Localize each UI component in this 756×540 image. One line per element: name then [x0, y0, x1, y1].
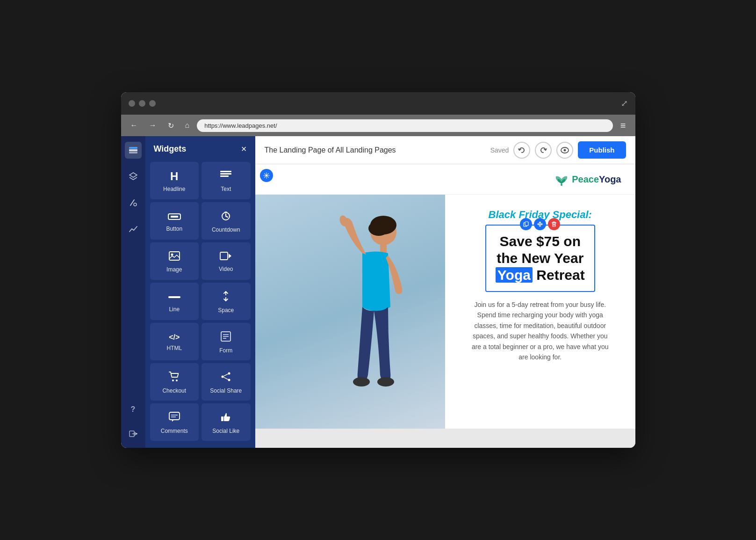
widget-line[interactable]: Line	[150, 283, 199, 320]
text-widget-icon	[220, 171, 231, 182]
widget-social-share-label: Social Share	[210, 387, 242, 394]
headline-line1: Save $75 on	[496, 233, 585, 250]
svg-point-18	[171, 254, 173, 256]
forward-button[interactable]: →	[145, 119, 160, 131]
address-bar[interactable]	[197, 119, 613, 132]
svg-point-5	[134, 203, 137, 206]
headline-box[interactable]: Save $75 on the New Year Yoga Retreat	[485, 225, 595, 292]
canvas-col-content: Black Friday Special:	[445, 195, 635, 429]
svg-point-47	[377, 377, 394, 387]
form-widget-icon	[221, 331, 231, 343]
refresh-button[interactable]: ↻	[164, 119, 178, 132]
nav-bar: ← → ↻ ⌂ ≡	[121, 115, 635, 136]
svg-point-46	[353, 377, 370, 387]
widget-image[interactable]: Image	[150, 242, 199, 280]
widget-social-share[interactable]: Social Share	[202, 363, 251, 401]
widget-html-label: HTML	[166, 345, 182, 351]
sidebar-item-exit[interactable]	[125, 425, 142, 442]
traffic-light-close[interactable]	[129, 100, 135, 107]
sidebar-item-widgets[interactable]	[125, 142, 142, 159]
svg-point-41	[265, 175, 267, 177]
widgets-panel: Widgets × H Headline Text	[145, 136, 255, 448]
svg-rect-1	[129, 149, 137, 151]
widgets-header: Widgets ×	[145, 136, 255, 162]
svg-rect-21	[168, 296, 180, 298]
widget-checkout[interactable]: Checkout	[150, 363, 199, 401]
publish-button[interactable]: Publish	[578, 141, 626, 159]
preview-button[interactable]	[556, 142, 573, 159]
svg-point-32	[228, 379, 230, 381]
svg-rect-35	[169, 412, 180, 420]
logo-yoga: Yoga	[599, 174, 621, 184]
sidebar-icons: ?	[121, 136, 145, 448]
checkout-widget-icon	[169, 372, 180, 384]
widgets-panel-title: Widgets	[154, 144, 187, 154]
image-widget-icon	[169, 251, 180, 263]
svg-line-34	[224, 377, 228, 379]
section-settings-btn[interactable]	[260, 169, 273, 182]
fullscreen-icon[interactable]: ⤢	[621, 98, 628, 109]
widget-copy-button[interactable]	[520, 218, 532, 230]
body-text: Join us for a 5-day retreat from your bu…	[468, 299, 612, 362]
sidebar-item-layers[interactable]	[125, 168, 142, 185]
sidebar-item-analytics[interactable]	[125, 220, 142, 237]
svg-point-28	[172, 379, 174, 381]
widget-line-label: Line	[169, 306, 180, 313]
traffic-lights	[129, 100, 156, 107]
widgets-close-button[interactable]: ×	[241, 144, 247, 154]
social-share-widget-icon	[221, 372, 231, 384]
browser-menu-button[interactable]: ≡	[617, 118, 630, 133]
svg-point-30	[228, 372, 230, 375]
yoga-person-svg	[311, 195, 442, 429]
widget-countdown-label: Countdown	[212, 226, 240, 233]
svg-point-29	[176, 379, 178, 381]
widget-html[interactable]: </> HTML	[150, 323, 199, 360]
widget-headline[interactable]: H Headline	[150, 162, 199, 199]
svg-rect-2	[129, 152, 137, 153]
svg-line-33	[224, 374, 228, 376]
svg-marker-3	[130, 173, 137, 177]
canvas-area[interactable]: PeaceYoga	[255, 164, 635, 448]
svg-rect-8	[220, 171, 231, 172]
widget-checkout-label: Checkout	[162, 387, 186, 394]
widget-delete-button[interactable]	[548, 218, 560, 230]
home-button[interactable]: ⌂	[181, 119, 194, 131]
social-like-widget-icon	[221, 412, 231, 424]
traffic-light-maximize[interactable]	[149, 100, 156, 107]
headline-line3: Yoga Retreat	[496, 267, 585, 284]
widget-comments[interactable]: Comments	[150, 403, 199, 441]
sidebar-item-style[interactable]	[125, 194, 142, 211]
saved-label: Saved	[490, 146, 509, 154]
page-title: The Landing Page of All Landing Pages	[265, 146, 483, 154]
editor-main: The Landing Page of All Landing Pages Sa…	[255, 136, 635, 448]
widget-video[interactable]: Video	[202, 242, 251, 280]
widgets-grid: H Headline Text	[145, 162, 255, 445]
back-button[interactable]: ←	[127, 119, 142, 131]
widget-countdown[interactable]: Countdown	[202, 202, 251, 240]
svg-rect-10	[220, 175, 229, 177]
widget-social-like[interactable]: Social Like	[202, 403, 251, 441]
widget-text[interactable]: Text	[202, 162, 251, 199]
sidebar-item-help[interactable]: ?	[125, 401, 142, 418]
headline-text: Save $75 on the New Year Yoga Retreat	[496, 233, 585, 284]
widget-space[interactable]: Space	[202, 283, 251, 320]
widget-comments-label: Comments	[161, 428, 188, 434]
widget-form[interactable]: Form	[202, 323, 251, 360]
title-bar: ⤢	[121, 92, 635, 115]
widget-space-label: Space	[218, 307, 234, 314]
widget-form-label: Form	[219, 347, 232, 354]
widget-video-label: Video	[219, 266, 233, 272]
redo-button[interactable]	[535, 142, 552, 159]
full-canvas: PeaceYoga	[255, 164, 635, 429]
editor-toolbar: The Landing Page of All Landing Pages Sa…	[255, 136, 635, 164]
editor-container: ? Widgets × H Headline	[121, 136, 635, 448]
widget-button[interactable]: Button	[150, 202, 199, 240]
widget-move-button[interactable]	[534, 218, 546, 230]
html-widget-icon: </>	[169, 334, 180, 341]
widget-text-label: Text	[221, 186, 231, 192]
canvas-header-row: PeaceYoga	[255, 164, 635, 195]
svg-rect-19	[220, 252, 228, 260]
svg-rect-44	[380, 244, 387, 253]
traffic-light-minimize[interactable]	[139, 100, 145, 107]
undo-button[interactable]	[513, 142, 530, 159]
